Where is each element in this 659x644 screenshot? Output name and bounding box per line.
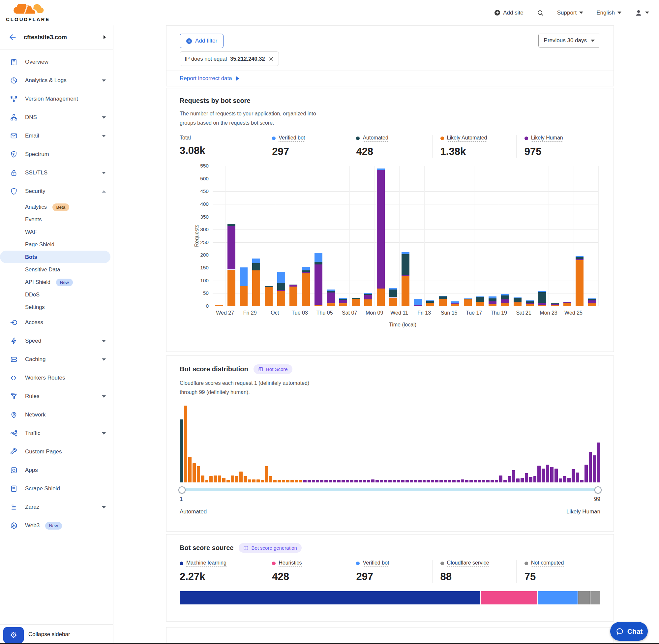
sidebar-item-zaraz[interactable]: Zaraz [0,498,113,516]
gridline [213,243,598,243]
time-range-dropdown[interactable]: Previous 30 days [538,33,600,47]
account-menu[interactable] [635,9,649,17]
sidebar-item-version-management[interactable]: Version Management [0,90,113,108]
requests-chart: 050100150200250300350400450500550Wed 27F… [180,161,600,326]
chevron-right-icon[interactable] [103,35,106,39]
book-icon [243,546,249,551]
sidebar-item-security[interactable]: Security [0,182,113,201]
chevron-down-icon[interactable] [102,116,106,119]
bot-score-generation-docs-badge[interactable]: Bot score generation [239,543,301,553]
bot-score-docs-badge[interactable]: Bot Score [254,364,292,374]
chevron-down-icon[interactable] [102,79,106,82]
histogram-bar-score-35 [324,480,328,482]
add-filter-button[interactable]: Add filter [180,33,223,48]
bar-segment-automated [352,298,360,299]
chevron-down-icon [617,12,621,14]
sidebar-item-security-analytics[interactable]: Analytics Beta [0,201,113,213]
gridline [524,166,524,306]
site-selector[interactable]: cftestsite3.com [0,25,113,49]
sidebar-item-traffic[interactable]: Traffic [0,424,113,442]
bars-icon [10,503,18,511]
sidebar-item-security-events[interactable]: Events [0,213,113,226]
score-range-slider[interactable] [180,488,600,491]
lock-icon [10,169,18,177]
histogram-bar-score-9 [214,476,217,482]
cloudflare-logo[interactable]: CLOUDFLARE [6,4,50,22]
slider-handle-min[interactable] [178,486,186,493]
histogram-bar-score-85 [537,466,541,482]
bar-segment-likely-automated [575,260,584,306]
report-incorrect-data-link[interactable]: Report incorrect data [180,75,239,82]
histogram-bar-score-86 [542,468,545,482]
book-icon [258,367,263,372]
histogram-bar-score-23 [273,480,277,482]
sidebar-item-web3[interactable]: Web3 New [0,516,113,535]
bar-segment-verified-bot [402,252,409,254]
search-button[interactable] [537,9,544,17]
chevron-down-icon[interactable] [102,172,106,174]
sidebar-item-security-bots[interactable]: Bots [0,251,111,263]
y-axis-tick: 0 [194,303,209,309]
sidebar-item-security-settings[interactable]: Settings [0,301,113,313]
bar-segment-automated [402,254,409,275]
sidebar-item-dns[interactable]: DNS [0,108,113,127]
sidebar-item-speed[interactable]: Speed [0,332,113,350]
stat-value: 88 [441,571,516,583]
back-arrow-icon[interactable] [8,33,17,42]
histogram-bar-score-89 [555,468,558,482]
sidebar-item-security-sensitive-data[interactable]: Sensitive Data [0,263,113,276]
chat-button[interactable]: Chat [610,622,648,641]
chevron-down-icon[interactable] [102,359,106,361]
chevron-down-icon[interactable] [102,135,106,137]
stat-automated: Automated428 [348,135,432,158]
sidebar-item-ssl-tls[interactable]: SSL/TLS [0,164,113,182]
language-menu[interactable]: English [596,9,621,16]
sidebar-item-label: Caching [25,356,102,363]
pie-icon [10,76,18,85]
sidebar-item-network[interactable]: Network [0,406,113,424]
sidebar-item-security-api-shield[interactable]: API Shield New [0,276,113,288]
sidebar-item-security-page-shield[interactable]: Page Shield [0,238,113,251]
sidebar-item-analytics-logs[interactable]: Analytics & Logs [0,71,113,90]
bar-segment-verified-bot [414,299,422,305]
y-axis-tick: 350 [194,214,209,220]
settings-gear-button[interactable]: ⚙ [3,627,24,643]
sidebar-item-scrape-shield[interactable]: Scrape Shield [0,480,113,498]
sidebar-item-rules[interactable]: Rules [0,387,113,406]
sidebar-item-custom-pages[interactable]: Custom Pages [0,442,113,461]
histogram-bar-score-65 [452,480,455,482]
chevron-up-icon[interactable] [102,190,106,192]
sidebar-item-spectrum[interactable]: Spectrum [0,145,113,164]
remove-filter-button[interactable] [268,56,274,62]
sidebar-item-workers-routes[interactable]: Workers Routes [0,369,113,387]
sidebar-item-access[interactable]: Access [0,313,113,332]
collapse-sidebar-button[interactable]: Collapse sidebar [28,631,70,638]
sidebar-item-caching[interactable]: Caching [0,350,113,369]
gridline [449,166,449,306]
chevron-down-icon[interactable] [102,432,106,435]
doc-icon [10,485,18,493]
bottom-edge-bar [0,643,659,644]
bar-segment-likely-human [588,300,596,303]
bar-segment-likely-human [289,285,297,286]
bot-score-histogram [180,406,600,482]
sidebar-item-security-ddos[interactable]: DDoS [0,288,113,301]
sidebar-item-apps[interactable]: Apps [0,461,113,480]
code-icon [10,374,18,382]
stat-value: 297 [356,571,432,583]
chevron-down-icon[interactable] [102,340,106,342]
stat-verified-bot: Verified bot297 [348,560,432,583]
chevron-down-icon[interactable] [102,506,106,508]
chevron-down-icon[interactable] [102,395,106,398]
sidebar-item-security-waf[interactable]: WAF [0,226,113,238]
support-menu[interactable]: Support [557,9,584,16]
histogram-bar-score-58 [423,480,426,482]
sidebar-item-overview[interactable]: Overview [0,53,113,71]
histogram-bar-score-70 [474,480,477,482]
bar-segment-automated [228,224,235,226]
sidebar-item-email[interactable]: Email [0,127,113,145]
slider-handle-max[interactable] [594,486,602,493]
histogram-bar-score-81 [521,478,524,482]
add-site-button[interactable]: Add site [494,9,523,16]
sidebar: cftestsite3.com OverviewAnalytics & Logs… [0,25,113,644]
